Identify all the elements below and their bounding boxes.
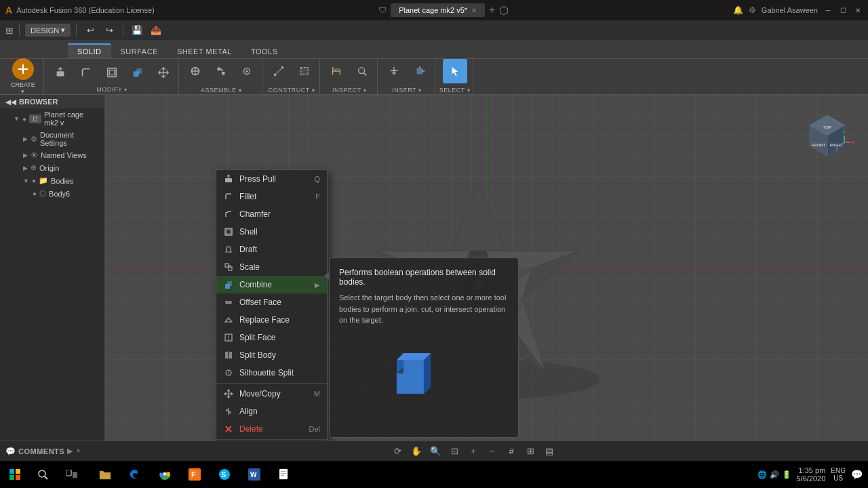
shell-button[interactable] (100, 60, 124, 85)
grid-button[interactable]: # (504, 444, 519, 459)
orbit-button[interactable]: ⟳ (390, 444, 405, 459)
save-button[interactable]: 💾 (129, 22, 145, 39)
tab-sheet-metal[interactable]: SHEET METAL (167, 45, 241, 58)
menu-split-face[interactable]: Split Face (216, 329, 327, 346)
inspect-btn1[interactable] (324, 59, 349, 83)
design-dropdown[interactable]: DESIGN ▾ (25, 24, 71, 37)
browser-item-body6[interactable]: ● ⬡ Body6 (0, 187, 104, 200)
modify-buttons (48, 60, 176, 85)
menu-fillet[interactable]: Fillet F (216, 188, 327, 205)
create-button[interactable]: CREATE (11, 58, 35, 88)
body6-visibility-icon[interactable]: ● (33, 190, 37, 197)
insert-label-row[interactable]: INSERT ▾ (392, 85, 421, 94)
select-label-row[interactable]: SELECT ▾ (439, 85, 470, 94)
bodies-visibility-icon[interactable]: ● (32, 177, 36, 184)
notification-center-button[interactable]: 💬 (851, 469, 863, 480)
apps-icon[interactable]: ⊞ (5, 25, 14, 36)
menu-delete[interactable]: Delete Del (216, 420, 327, 438)
skype-button[interactable]: S (210, 462, 239, 487)
assemble-btn1[interactable] (183, 59, 208, 83)
menu-offset-face[interactable]: Offset Face (216, 293, 327, 311)
minimize-button[interactable]: ─ (823, 5, 833, 15)
select-btn1[interactable] (443, 59, 467, 83)
taskview-button[interactable] (58, 462, 87, 487)
press-pull-button[interactable] (48, 60, 73, 85)
fusion-button[interactable]: F (180, 462, 209, 487)
menu-split-body[interactable]: Split Body (216, 346, 327, 364)
svg-rect-9 (222, 72, 225, 75)
file-explorer-button[interactable] (91, 462, 119, 487)
pan-button[interactable]: ✋ (409, 444, 424, 459)
fillet-shortcut: F (315, 192, 320, 201)
menu-silhouette-split[interactable]: Silhouette Split (216, 364, 327, 382)
tab-solid[interactable]: SOLID (68, 43, 111, 58)
redo-button[interactable]: ↪ (101, 22, 117, 39)
menu-chamfer[interactable]: Chamfer (216, 205, 327, 223)
comments-collapse-icon[interactable]: ▶ (67, 447, 73, 455)
notepad-button[interactable] (270, 462, 298, 487)
menu-align[interactable]: Align (216, 403, 327, 420)
menu-draft[interactable]: Draft (216, 241, 327, 258)
viewport[interactable]: Press Pull Q Fillet F (105, 95, 868, 441)
tab-tools[interactable]: TOOLS (241, 45, 288, 58)
visibility-root-icon[interactable]: ● (22, 115, 26, 123)
menu-shell[interactable]: Shell (216, 223, 327, 241)
browser-item-origin[interactable]: ▶ ⊕ Origin (0, 161, 104, 174)
word-button[interactable]: W (240, 462, 269, 487)
notification-icon[interactable]: 🔔 (733, 5, 743, 15)
title-bar: A Autodesk Fusion 360 (Education License… (0, 0, 868, 20)
create-arrow: ▾ (21, 88, 24, 95)
undo-button[interactable]: ↩ (82, 22, 98, 39)
browser-item-named-views[interactable]: ▶ 👁 Named Views (0, 149, 104, 161)
menu-scale[interactable]: Scale (216, 258, 327, 276)
new-tab-button[interactable]: + (489, 4, 495, 16)
comments-expand-icon[interactable]: ⚬ (75, 447, 81, 455)
menu-press-pull[interactable]: Press Pull Q (216, 170, 327, 188)
zoom-button[interactable]: 🔍 (428, 444, 443, 459)
browser-item-bodies[interactable]: ▼ ● 📁 Bodies (0, 174, 104, 187)
insert-btn2[interactable] (408, 59, 432, 83)
browser-header[interactable]: ◀◀ BROWSER (0, 95, 104, 108)
zoom-out-button[interactable]: − (485, 444, 500, 459)
design-label: DESIGN (31, 26, 59, 35)
search-taskbar-button[interactable] (28, 462, 57, 487)
menu-combine[interactable]: Combine ▶ (216, 276, 327, 293)
assemble-label-row[interactable]: ASSEMBLE ▾ (201, 85, 241, 94)
inspect-btn2[interactable] (350, 59, 374, 83)
fit-button[interactable]: ⊡ (447, 444, 462, 459)
edge-button[interactable] (121, 462, 149, 487)
move-button[interactable] (151, 60, 176, 85)
close-window-button[interactable]: ✕ (853, 5, 863, 15)
construct-btn2[interactable] (292, 59, 317, 83)
construct-btn1[interactable] (267, 59, 291, 83)
display-settings-button[interactable]: ⊞ (523, 444, 538, 459)
zoom-in-button[interactable]: + (466, 444, 481, 459)
chrome-button[interactable] (151, 462, 179, 487)
maximize-button[interactable]: ☐ (838, 5, 848, 15)
assemble-btn2[interactable] (209, 59, 233, 83)
view-settings-button[interactable]: ▤ (542, 444, 557, 459)
menu-replace-face[interactable]: Replace Face (216, 311, 327, 329)
svg-rect-93 (9, 475, 14, 480)
settings-icon[interactable]: ⚙ (749, 5, 756, 15)
svg-text:S: S (221, 470, 226, 479)
menu-move-copy[interactable]: Move/Copy M (216, 385, 327, 403)
navigation-cube[interactable]: TOP FRONT RIGHT X Y Z (800, 108, 854, 163)
tab-close-button[interactable]: ✕ (471, 7, 477, 14)
export-button[interactable]: 📤 (148, 22, 164, 39)
browser-item-doc-settings[interactable]: ▶ ⚙ Document Settings (0, 129, 104, 149)
assemble-btn3[interactable] (235, 59, 259, 83)
title-bar-left: A Autodesk Fusion 360 (Education License… (5, 5, 155, 16)
start-button[interactable] (3, 462, 27, 487)
main-tab[interactable]: Planet cage mk2 v5* ✕ (391, 3, 485, 17)
browser-item-root[interactable]: ▼ ● 🗋 Planet cage mk2 v (0, 108, 104, 129)
modify-label-row[interactable]: MODIFY ▾ (96, 86, 127, 93)
fillet-button[interactable] (74, 60, 98, 85)
inspect-label-row[interactable]: INSPECT ▾ (332, 85, 366, 94)
tab-surface[interactable]: SURFACE (111, 45, 167, 58)
combine-button[interactable] (125, 60, 150, 85)
tab-expand-button[interactable]: ⬡ (499, 4, 509, 17)
insert-btn1[interactable] (382, 59, 406, 83)
construct-label-row[interactable]: CONSTRUCT ▾ (269, 85, 315, 94)
split-body-icon (223, 350, 234, 361)
